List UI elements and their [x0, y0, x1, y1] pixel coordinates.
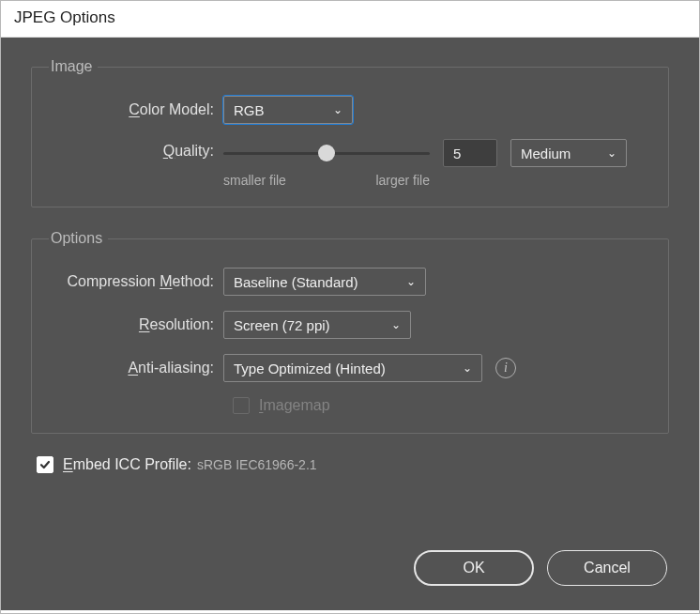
- row-embed-icc: Embed ICC Profile: sRGB IEC61966-2.1: [37, 456, 669, 473]
- ok-button[interactable]: OK: [414, 550, 534, 586]
- select-resolution-value: Screen (72 ppi): [234, 317, 330, 333]
- label-larger-file: larger file: [375, 173, 430, 188]
- checkbox-imagemap: [233, 397, 250, 414]
- group-image-legend: Image: [49, 58, 98, 75]
- group-image: Image Color Model: RGB ⌄ Quality:: [31, 58, 669, 207]
- label-resolution: Resolution:: [54, 316, 223, 333]
- chevron-down-icon: ⌄: [333, 103, 342, 116]
- label-color-model: Color Model:: [54, 101, 223, 118]
- dialog-content: Image Color Model: RGB ⌄ Quality:: [1, 38, 699, 610]
- select-compression-value: Baseline (Standard): [234, 274, 358, 290]
- title-bar: JPEG Options: [1, 1, 699, 38]
- cancel-button[interactable]: Cancel: [547, 550, 667, 586]
- label-imagemap: Imagemap: [259, 397, 330, 414]
- row-quality: Quality: Medium ⌄ smaller fil: [54, 139, 646, 188]
- row-compression: Compression Method: Baseline (Standard) …: [54, 268, 646, 296]
- select-color-model[interactable]: RGB ⌄: [223, 96, 353, 124]
- row-resolution: Resolution: Screen (72 ppi) ⌄: [54, 311, 646, 339]
- info-icon[interactable]: i: [495, 358, 516, 378]
- row-imagemap: Imagemap: [233, 397, 646, 414]
- row-color-model: Color Model: RGB ⌄: [54, 96, 646, 124]
- chevron-down-icon: ⌄: [406, 275, 416, 288]
- group-options-legend: Options: [49, 230, 108, 247]
- label-anti-aliasing: Anti-aliasing:: [54, 360, 223, 376]
- select-quality-preset-value: Medium: [521, 146, 571, 161]
- slider-quality-thumb[interactable]: [318, 145, 335, 161]
- select-resolution[interactable]: Screen (72 ppi) ⌄: [223, 311, 411, 339]
- select-anti-aliasing-value: Type Optimized (Hinted): [234, 361, 386, 376]
- group-options: Options Compression Method: Baseline (St…: [31, 230, 669, 434]
- button-bar: OK Cancel: [414, 550, 667, 586]
- window-title: JPEG Options: [14, 8, 115, 26]
- label-smaller-file: smaller file: [223, 173, 286, 188]
- slider-quality[interactable]: [223, 152, 430, 155]
- icc-profile-name: sRGB IEC61966-2.1: [197, 457, 317, 472]
- chevron-down-icon: ⌄: [607, 146, 616, 160]
- chevron-down-icon: ⌄: [463, 361, 472, 375]
- checkbox-embed-icc[interactable]: [37, 456, 53, 473]
- select-quality-preset[interactable]: Medium ⌄: [510, 139, 627, 167]
- chevron-down-icon: ⌄: [391, 318, 401, 331]
- label-quality: Quality:: [54, 139, 223, 160]
- select-anti-aliasing[interactable]: Type Optimized (Hinted) ⌄: [223, 354, 482, 382]
- label-embed-icc: Embed ICC Profile:: [63, 456, 191, 473]
- label-compression: Compression Method:: [54, 273, 223, 290]
- input-quality-value[interactable]: [443, 139, 497, 167]
- select-color-model-value: RGB: [234, 102, 265, 118]
- row-anti-aliasing: Anti-aliasing: Type Optimized (Hinted) ⌄…: [54, 354, 646, 382]
- select-compression-method[interactable]: Baseline (Standard) ⌄: [223, 268, 426, 296]
